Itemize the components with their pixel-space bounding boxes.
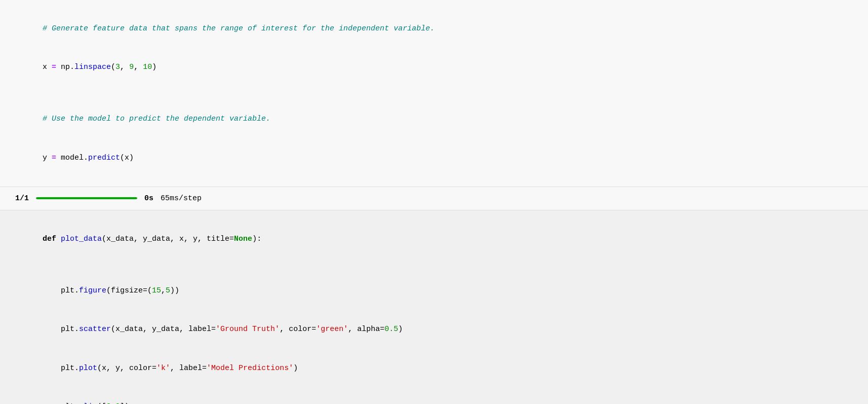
page-container: # Generate feature data that spans the r… [0, 0, 868, 404]
plt-3: plt. [43, 364, 79, 373]
figure-func: figure [79, 286, 106, 295]
fig-5: 5 [166, 286, 170, 295]
func-name: plot_data [61, 235, 102, 243]
comment-text-1: # Generate feature data that spans the r… [43, 24, 435, 33]
none-keyword: None [234, 235, 252, 243]
progress-container: 1/1 0s 65ms/step [15, 192, 202, 205]
equals-2: = [47, 154, 56, 162]
arg-9: 9 [129, 63, 134, 71]
scatter-func: scatter [79, 325, 111, 334]
progress-step: 65ms/step [161, 192, 202, 205]
scatter-args1: (x_data, y_data, label= [111, 325, 216, 334]
figure-close: )) [170, 286, 179, 295]
code-line-x: x = np.linspace(3, 9, 10) [15, 48, 853, 87]
comma-1: , [120, 63, 129, 71]
comma-2: , [134, 63, 143, 71]
color-k-str: 'k' [156, 364, 170, 373]
blank-line-2 [15, 259, 853, 272]
scatter-close: ) [398, 325, 403, 334]
arg-3: 3 [115, 63, 120, 71]
model-pred-str: 'Model Predictions' [207, 364, 293, 373]
plot-func: plot [79, 364, 97, 373]
var-x: x [43, 63, 47, 71]
def-keyword: def [43, 235, 56, 243]
linspace-func: linspace [74, 63, 111, 71]
plot-close: ) [293, 364, 298, 373]
alpha-val: 0.5 [384, 325, 398, 334]
linspace-args: ( [111, 63, 115, 71]
fig-15: 15 [152, 286, 161, 295]
blank-line-1 [15, 87, 853, 100]
space-1 [56, 235, 61, 243]
var-y: y [43, 154, 47, 162]
progress-fraction: 1/1 [15, 192, 29, 205]
plt-plot-line: plt.plot(x, y, color='k', label='Model P… [15, 349, 853, 388]
figure-args: (figsize=( [106, 286, 152, 295]
def-line: def plot_data(x_data, y_data, x, y, titl… [15, 219, 853, 259]
arg-10: 10 [143, 63, 152, 71]
output-block: 1/1 0s 65ms/step [0, 187, 868, 211]
scatter-args2: , color= [280, 325, 316, 334]
comment-line-1: # Generate feature data that spans the r… [15, 9, 853, 48]
plot-args2: , label= [170, 364, 207, 373]
fig-comma: , [161, 286, 166, 295]
scatter-args3: , alpha= [348, 325, 384, 334]
plt-figure-line: plt.figure(figsize=(15,5)) [15, 271, 853, 310]
ground-truth-str: 'Ground Truth' [216, 325, 280, 334]
color-green-str: 'green' [316, 325, 348, 334]
plt-scatter-line: plt.scatter(x_data, y_data, label='Groun… [15, 310, 853, 349]
plt-2: plt. [43, 325, 79, 334]
comment-text-2: # Use the model to predict the dependent… [43, 115, 270, 123]
code-block-top: # Generate feature data that spans the r… [0, 0, 868, 187]
func-close: ): [252, 235, 261, 243]
np-prefix: np. [56, 63, 74, 71]
plt-xlim-line: plt.xlim([3,9]) [15, 388, 853, 405]
progress-bar-fill [36, 197, 137, 199]
predict-func: predict [88, 154, 120, 162]
equals-1: = [47, 63, 56, 71]
code-block-bottom: def plot_data(x_data, y_data, x, y, titl… [0, 210, 868, 404]
func-params: (x_data, y_data, x, y, title= [102, 235, 234, 243]
code-line-y: y = model.predict(x) [15, 138, 853, 177]
plot-args1: (x, y, color= [97, 364, 156, 373]
paren-close-1: ) [152, 63, 156, 71]
predict-args: (x) [120, 154, 134, 162]
progress-time: 0s [144, 192, 153, 205]
progress-bar-track [36, 197, 137, 199]
model-obj: model. [56, 154, 88, 162]
comment-line-2: # Use the model to predict the dependent… [15, 100, 853, 139]
plt-1: plt. [43, 286, 79, 295]
